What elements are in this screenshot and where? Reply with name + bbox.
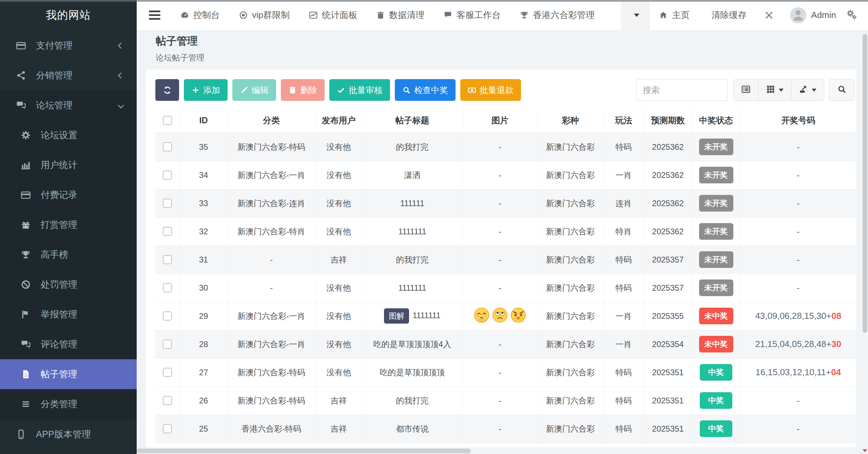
sidebar-item-app-version[interactable]: APP版本管理 [0, 419, 137, 449]
nav-item-label: vip群限制 [252, 9, 290, 21]
batch-audit-button[interactable]: 批量审核 [329, 79, 390, 101]
nav-item-data-clean[interactable]: 数据清理 [367, 0, 434, 31]
checkbox-cell [155, 274, 180, 302]
clear-cache-link[interactable]: 清除缓存 [698, 0, 755, 31]
search-button[interactable] [829, 79, 855, 101]
draw-numbers: 16,15,03,12,10,11+ [755, 367, 831, 377]
sidebar-item-expert-rank[interactable]: 高手榜 [0, 240, 137, 270]
home-link[interactable]: 主页 [650, 0, 698, 31]
select-all-checkbox[interactable] [163, 116, 172, 125]
sidebar: 我的网站 支付管理分销管理论坛管理论坛设置用户统计付费记录打赏管理高手榜处罚管理… [0, 0, 137, 454]
status-cell: 未开奖 [692, 246, 740, 274]
nav-item-stats-panel[interactable]: 统计面板 [299, 0, 367, 31]
sidebar-item-post-mgmt[interactable]: 帖子管理 [0, 359, 137, 389]
row-checkbox[interactable] [163, 340, 172, 349]
sidebar-item-label: 用户统计 [41, 159, 123, 171]
nav-item-console[interactable]: 控制台 [171, 0, 229, 31]
draw-numbers: 21,15,04,05,28,48+ [755, 339, 831, 349]
row-checkbox[interactable] [163, 227, 172, 236]
category-cell: - [227, 274, 315, 302]
add-button[interactable]: 添加 [184, 79, 228, 101]
fullscreen-button[interactable] [755, 0, 783, 31]
export-button[interactable] [791, 79, 824, 101]
status-badge: 中奖 [700, 420, 732, 437]
sidebar-item-distribution[interactable]: 分销管理 [0, 60, 137, 90]
sidebar-item-label: 分类管理 [41, 398, 123, 410]
sidebar-item-label: 帖子管理 [41, 368, 123, 380]
status-cell: 未开奖 [692, 161, 740, 189]
sidebar-item-forum[interactable]: 论坛管理 [0, 90, 137, 120]
checkbox-cell [155, 330, 180, 358]
period-cell: 2025351 [644, 386, 692, 415]
comments-icon [14, 100, 28, 110]
row-checkbox[interactable] [163, 311, 172, 321]
sidebar-item-comment-mgmt[interactable]: 评论管理 [0, 329, 137, 359]
post-title: 潇洒 [404, 170, 421, 180]
sidebar-item-label: 论坛管理 [36, 99, 119, 111]
status-badge: 未开奖 [699, 279, 733, 296]
sidebar-item-category-mgmt[interactable]: 分类管理 [0, 389, 137, 419]
check-win-button[interactable]: 检查中奖 [395, 79, 456, 101]
scrollbar-corner[interactable] [862, 448, 868, 454]
sidebar-item-user-stats[interactable]: 用户统计 [0, 150, 137, 180]
edit-button[interactable]: 编辑 [232, 79, 276, 101]
batch-refund-button[interactable]: 批量退款 [460, 79, 521, 101]
trash-icon [288, 86, 297, 94]
checkbox-cell [155, 246, 180, 274]
title-cell: 都市传说 [362, 415, 463, 443]
row-checkbox[interactable] [163, 283, 172, 292]
nav-item-hk-lottery[interactable]: 香港六合彩管理 [510, 0, 604, 31]
title-cell: 吃的是草顶顶顶顶 [362, 358, 463, 386]
row-checkbox[interactable] [163, 142, 172, 151]
quick-menu-dropdown[interactable] [621, 0, 650, 31]
column-header: 帖子标题 [362, 108, 463, 133]
period-cell: 2025351 [644, 358, 692, 386]
sidebar-item-report-mgmt[interactable]: 举报管理 [0, 299, 137, 329]
sidebar-item-pay-records[interactable]: 付费记录 [0, 180, 137, 210]
site-logo[interactable]: 我的网站 [0, 0, 137, 31]
columns-view-button[interactable] [734, 79, 758, 101]
sidebar-item-label: 举报管理 [41, 308, 123, 321]
sidebar-item-payment[interactable]: 支付管理 [0, 31, 137, 60]
delete-button[interactable]: 删除 [281, 79, 325, 101]
checkbox-cell [155, 189, 180, 217]
sidebar-toggle-icon[interactable] [149, 11, 160, 20]
row-checkbox[interactable] [163, 255, 172, 264]
column-header: 中奖状态 [692, 108, 740, 133]
credit-card-icon [14, 40, 28, 51]
username[interactable]: Admin [811, 10, 836, 20]
category-cell: 新澳门六合彩-一肖 [227, 330, 315, 358]
period-cell: 2025362 [644, 217, 692, 246]
search-input[interactable] [636, 79, 728, 101]
home-icon [659, 11, 668, 20]
nav-item-vip-limit[interactable]: vip群限制 [229, 0, 299, 31]
list-alt-icon [741, 85, 751, 95]
lottery-cell: 新澳门六合彩 [537, 358, 603, 386]
user-cell: 没有他 [315, 330, 362, 358]
money-icon [468, 86, 476, 94]
horizontal-scrollbar-thumb[interactable] [137, 449, 471, 453]
image-cell [463, 302, 537, 330]
sidebar-item-punish-mgmt[interactable]: 处罚管理 [0, 270, 137, 299]
row-checkbox[interactable] [163, 170, 172, 180]
play-cell: 特码 [603, 358, 644, 386]
grid-view-button[interactable] [758, 79, 791, 101]
row-checkbox[interactable] [163, 396, 172, 405]
row-checkbox[interactable] [163, 199, 172, 208]
sidebar-item-forum-settings[interactable]: 论坛设置 [0, 120, 137, 150]
settings-gears-icon[interactable] [845, 10, 868, 21]
bonus-number: 08 [831, 311, 841, 321]
ban-icon [19, 279, 33, 290]
user-avatar[interactable] [790, 7, 806, 23]
id-cell: 35 [180, 133, 227, 161]
refresh-button[interactable] [155, 79, 179, 101]
sidebar-item-label: 支付管理 [36, 39, 119, 52]
lottery-cell: 新澳门六合彩 [537, 415, 603, 443]
vertical-scrollbar-thumb[interactable] [863, 34, 867, 333]
nav-item-service-desk[interactable]: 客服工作台 [434, 0, 510, 31]
toolbar-right [636, 79, 856, 101]
row-checkbox[interactable] [163, 424, 172, 433]
row-checkbox[interactable] [163, 368, 172, 377]
image-cell: - [463, 246, 537, 274]
sidebar-item-reward-mgmt[interactable]: 打赏管理 [0, 210, 137, 240]
